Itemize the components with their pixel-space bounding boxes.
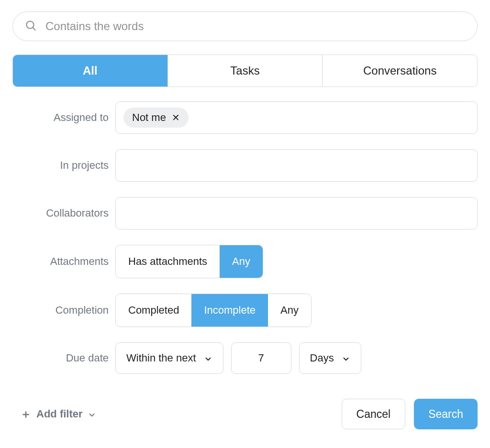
chip-remove-icon[interactable]: ✕ xyxy=(172,113,180,122)
num-value: 7 xyxy=(258,352,264,364)
cancel-button[interactable]: Cancel xyxy=(342,399,406,429)
add-filter-button[interactable]: ＋ Add filter xyxy=(12,408,96,420)
due-date-range-select[interactable]: Within the next xyxy=(115,342,223,374)
filter-row-in-projects: In projects xyxy=(12,149,478,182)
completion-option-completed[interactable]: Completed xyxy=(116,294,191,327)
assigned-to-input[interactable]: Not me ✕ xyxy=(115,101,478,134)
filter-label: Completion xyxy=(12,304,115,317)
svg-line-1 xyxy=(33,28,35,30)
chip-text: Not me xyxy=(132,111,166,124)
in-projects-input[interactable] xyxy=(115,149,478,182)
filter-label: Attachments xyxy=(12,255,115,268)
scope-tab-tasks[interactable]: Tasks xyxy=(167,55,323,87)
assigned-to-chip: Not me ✕ xyxy=(123,108,189,128)
add-filter-label: Add filter xyxy=(36,408,83,420)
scope-tab-all[interactable]: All xyxy=(13,55,167,87)
filter-row-collaborators: Collaborators xyxy=(12,197,478,229)
select-value: Within the next xyxy=(126,352,196,364)
filters: Assigned to Not me ✕ In projects Collabo… xyxy=(12,101,478,374)
completion-toggle: Completed Incomplete Any xyxy=(115,294,312,327)
search-input[interactable] xyxy=(45,20,466,33)
search-bar[interactable] xyxy=(12,11,478,41)
due-date-unit-select[interactable]: Days xyxy=(299,342,361,374)
filter-label: In projects xyxy=(12,159,115,172)
filter-label: Due date xyxy=(12,352,115,364)
attachments-option-any[interactable]: Any xyxy=(220,245,263,278)
select-value: Days xyxy=(310,352,334,364)
footer: ＋ Add filter Cancel Search xyxy=(12,399,478,429)
scope-tab-conversations[interactable]: Conversations xyxy=(322,55,477,87)
filter-row-assigned-to: Assigned to Not me ✕ xyxy=(12,101,478,134)
filter-row-attachments: Attachments Has attachments Any xyxy=(12,245,478,278)
collaborators-input[interactable] xyxy=(115,197,478,229)
due-date-value-input[interactable]: 7 xyxy=(231,342,291,374)
filter-row-due-date: Due date Within the next 7 Days xyxy=(12,342,478,374)
footer-actions: Cancel Search xyxy=(342,399,478,429)
chevron-down-icon xyxy=(342,354,350,362)
search-icon xyxy=(24,19,37,33)
search-button[interactable]: Search xyxy=(414,399,478,429)
attachments-toggle: Has attachments Any xyxy=(115,245,263,278)
scope-tabs: All Tasks Conversations xyxy=(12,55,478,87)
plus-icon: ＋ xyxy=(20,408,32,420)
completion-option-incomplete[interactable]: Incomplete xyxy=(191,294,268,327)
filter-row-completion: Completion Completed Incomplete Any xyxy=(12,294,478,327)
attachments-option-has[interactable]: Has attachments xyxy=(116,245,220,278)
chevron-down-icon xyxy=(88,410,96,418)
chevron-down-icon xyxy=(204,354,212,362)
filter-label: Collaborators xyxy=(12,207,115,219)
filter-label: Assigned to xyxy=(12,111,115,124)
completion-option-any[interactable]: Any xyxy=(268,294,311,327)
